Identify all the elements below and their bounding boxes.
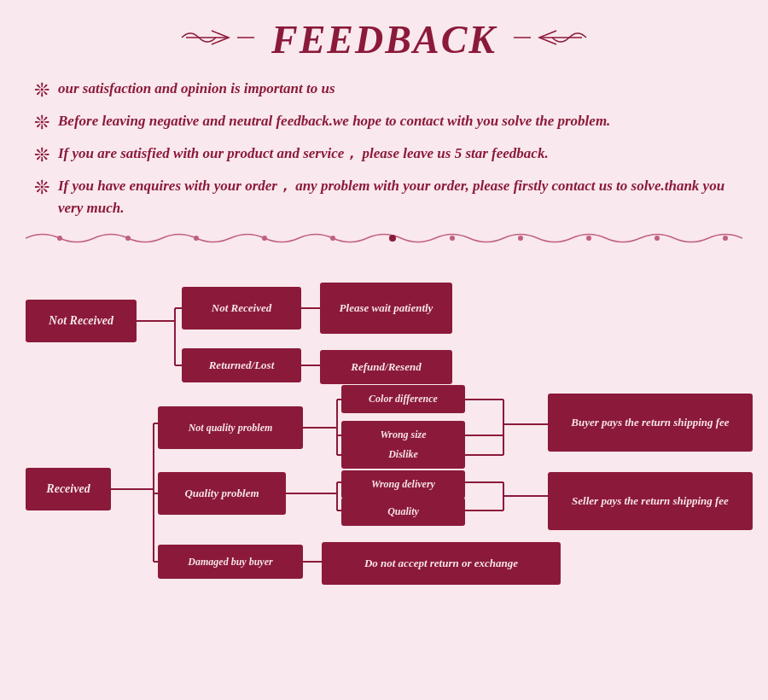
- svg-point-13: [655, 236, 660, 241]
- bullet-item-4: ❊ If you have enquires with your order， …: [34, 175, 734, 219]
- quality-problem-box: Quality problem: [158, 472, 286, 515]
- bullet-text-2: Before leaving negative and neutral feed…: [58, 110, 610, 132]
- color-diff-box: Color difference: [341, 385, 465, 413]
- info-section: ❊ our satisfaction and opinion is import…: [34, 78, 734, 219]
- header-deco-right: [505, 20, 591, 60]
- bullet-text-3: If you are satisfied with our product an…: [58, 143, 549, 165]
- refund-resend-box: Refund/Resend: [320, 350, 452, 384]
- no-return-box: Do not accept return or exchange: [322, 542, 561, 585]
- svg-point-12: [586, 236, 591, 241]
- wrong-delivery-box: Wrong delivery: [341, 470, 465, 499]
- flowchart-container: Not Received Not Received Returned/Lost …: [26, 267, 759, 626]
- bullet-icon-2: ❊: [34, 112, 49, 134]
- svg-point-9: [389, 235, 396, 242]
- svg-point-5: [125, 236, 131, 241]
- bullet-item-2: ❊ Before leaving negative and neutral fe…: [34, 110, 734, 134]
- svg-point-6: [194, 236, 199, 241]
- header-section: FEEDBACK: [26, 17, 742, 62]
- bullet-item-1: ❊ our satisfaction and opinion is import…: [34, 78, 734, 102]
- not-received-root-box: Not Received: [26, 300, 137, 342]
- svg-point-4: [57, 236, 62, 241]
- bullet-icon-1: ❊: [34, 79, 49, 102]
- divider-decoration: [26, 229, 742, 252]
- svg-point-8: [330, 236, 335, 241]
- svg-point-10: [450, 236, 455, 241]
- returned-lost-box: Returned/Lost: [182, 348, 301, 382]
- quality-node-box: Quality: [341, 498, 465, 526]
- damaged-box: Damaged buy buyer: [158, 545, 303, 579]
- svg-point-11: [518, 236, 523, 241]
- not-received-branch-box: Not Received: [182, 287, 301, 330]
- bullet-text-1: our satisfaction and opinion is importan…: [58, 78, 335, 100]
- page-title: FEEDBACK: [271, 17, 497, 62]
- bullet-text-4: If you have enquires with your order， an…: [58, 175, 734, 219]
- bullet-icon-4: ❊: [34, 177, 49, 199]
- bullet-icon-3: ❊: [34, 144, 49, 166]
- header-deco-left: [177, 20, 263, 60]
- not-quality-box: Not quality problem: [158, 406, 303, 449]
- svg-point-7: [262, 236, 267, 241]
- bullet-item-3: ❊ If you are satisfied with our product …: [34, 143, 734, 166]
- seller-pays-box: Seller pays the return shipping fee: [548, 472, 753, 530]
- page-wrapper: FEEDBACK ❊ our satisfaction and opinion …: [0, 0, 768, 643]
- buyer-pays-box: Buyer pays the return shipping fee: [548, 394, 753, 452]
- svg-point-14: [723, 236, 728, 241]
- please-wait-box: Please wait patiently: [320, 283, 452, 334]
- dislike-box: Dislike: [341, 440, 465, 469]
- received-root-box: Received: [26, 468, 111, 510]
